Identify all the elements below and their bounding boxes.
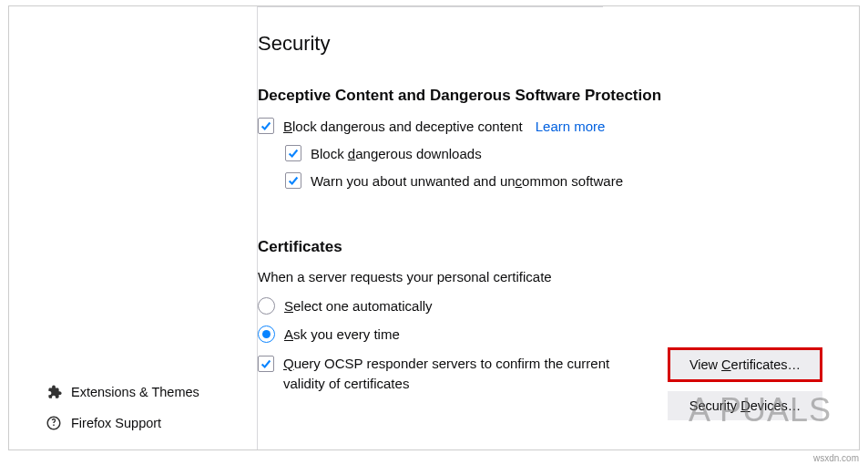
question-icon [46,415,62,431]
sidebar-label-extensions: Extensions & Themes [71,385,199,399]
checkbox-row-warn-uncommon[interactable]: Warn you about unwanted and uncommon sof… [285,172,833,189]
heading-deceptive: Deceptive Content and Dangerous Software… [258,87,833,105]
label-ocsp: Query OCSP responder servers to confirm … [283,354,649,394]
label-warn-uncommon: Warn you about unwanted and uncommon sof… [311,173,623,189]
section-title-security: Security [258,32,833,56]
label-block-downloads: Block dangerous downloads [311,146,482,161]
security-devices-button[interactable]: Security Devices… [668,391,822,420]
view-certificates-button[interactable]: View Certificates… [668,347,822,382]
checkbox-warn-uncommon[interactable] [285,172,301,189]
checkbox-ocsp[interactable] [258,356,274,372]
checkbox-row-block-downloads[interactable]: Block dangerous downloads [285,145,833,161]
sidebar-item-extensions[interactable]: Extensions & Themes [46,384,199,400]
label-cert-desc: When a server requests your personal cer… [258,269,833,284]
puzzle-icon [46,384,62,400]
checkbox-row-ocsp[interactable]: Query OCSP responder servers to confirm … [258,354,649,394]
radio-row-select-auto[interactable]: Select one automatically [258,297,833,315]
link-learn-more[interactable]: Learn more [536,119,606,134]
label-ask-every-time: Ask you every time [284,326,400,342]
credit-text: wsxdn.com [813,453,859,463]
label-select-auto: Select one automatically [284,298,433,314]
radio-row-ask-every-time[interactable]: Ask you every time [258,326,833,343]
checkbox-block-downloads[interactable] [285,145,301,161]
checkbox-row-block-deceptive[interactable]: Block dangerous and deceptive content Le… [258,118,833,134]
sidebar-label-support: Firefox Support [71,416,161,430]
radio-select-auto[interactable] [258,297,275,315]
radio-ask-every-time[interactable] [258,326,275,343]
checkbox-block-deceptive[interactable] [258,118,274,134]
label-block-deceptive: Block dangerous and deceptive content [283,119,523,134]
heading-certificates: Certificates [258,238,833,256]
sidebar-item-support[interactable]: Firefox Support [46,415,199,431]
